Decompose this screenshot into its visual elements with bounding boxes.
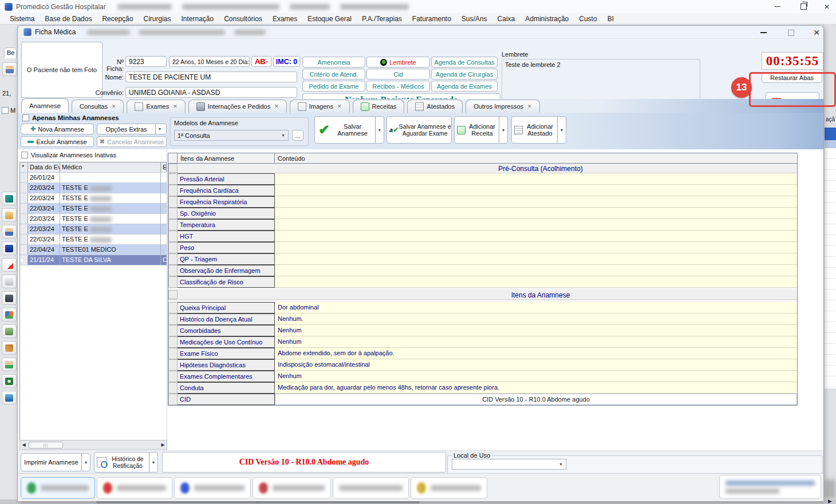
history-column-data-do-ev[interactable]: Data do Ev [28,162,60,172]
tab-close-icon[interactable]: ✕ [173,104,178,109]
dropdown-arrow-icon[interactable]: ▼ [149,453,157,472]
excluir-anamnese-button[interactable]: Excluir Anamnese [21,136,94,147]
menu-item-recep-o[interactable]: Recepção [97,14,138,24]
menu-item-caixa[interactable]: Caixa [492,14,520,24]
dropdown-arrow-icon[interactable]: ▼ [375,117,384,143]
menu-item-bi[interactable]: BI [602,14,619,24]
modelos-combo[interactable]: 1ª Consulta▼ [174,130,289,141]
opcoes-extras-button[interactable]: Opções Extras▼ [97,124,167,134]
taskbar-button[interactable] [411,477,487,499]
local-de-uso-combo[interactable]: ▼ [452,459,566,470]
item-content[interactable] [275,276,797,288]
tab-close-icon[interactable]: ✕ [112,104,116,109]
tab-interna-es-e-pedidos[interactable]: Internações e Pedidos✕ [188,100,287,113]
convenio-field[interactable]: UNIMED GOIANIA - ASDASD [125,87,297,98]
ficha-number-field[interactable]: 9223 [125,56,167,67]
item-content[interactable] [275,253,797,265]
main-close-button[interactable]: ✕ [818,0,836,13]
dropdown-arrow-icon[interactable]: ▼ [499,117,507,143]
tab-outros-impressos[interactable]: Outros Impressos✕ [466,100,539,113]
menu-item-faturamento[interactable]: Faturamento [407,14,456,24]
menu-item-p-a-terapias[interactable]: P.A./Terapias [357,14,407,24]
cancelar-anamnese-button[interactable]: ✖Cancelar Anamnese [97,136,167,147]
menu-item-base-de-dados[interactable]: Base de Dados [40,14,97,24]
history-column-m-dico[interactable]: Médico [60,162,161,172]
modelos-more-button[interactable]: ... [292,130,303,141]
item-content[interactable] [275,208,797,219]
history-row[interactable]: 26/01/24 [20,173,167,183]
quick-button-crit-rio-de-atend-[interactable]: Critério de Atend. [302,69,365,80]
nova-anamnese-button[interactable]: ✚Nova Anamnese [21,124,94,134]
history-column-esp[interactable]: Esp [161,162,167,172]
item-content[interactable]: Medicação para dor, aguardar pelo menos … [275,382,797,394]
item-content[interactable]: Nenhum. [275,313,797,325]
menu-item-custo[interactable]: Custo [574,14,602,24]
scroll-left-arrow[interactable]: ◀ [20,442,27,447]
grid-content-header[interactable]: Conteúdo [275,153,797,163]
item-content[interactable] [275,231,797,242]
menu-item-estoque-geral[interactable]: Estoque Geral [302,14,357,24]
history-row[interactable]: 22/04/24TESTE01 MEDICO [20,245,167,255]
scroll-right-arrow[interactable]: ▶ [828,498,832,504]
menu-item-exames[interactable]: Exames [267,14,302,24]
grid-items-header[interactable]: Ítens da Anamnese [178,153,275,163]
quick-button-pedido-de-exame[interactable]: Pedido de Exame [302,81,365,92]
quick-button-agenda-de-exames[interactable]: Agenda de Exames [431,81,498,92]
history-row[interactable]: 22/03/24TESTE E [20,193,167,204]
main-minimize-button[interactable] [767,0,788,13]
salvar-anamnese-button[interactable]: ✔ Salvar Anamnese ▼ [314,116,384,144]
scrollbar-thumb[interactable]: ||| [29,442,63,449]
taskbar-button[interactable] [97,477,172,499]
item-content[interactable]: Nenhum [275,371,797,382]
taskbar-button[interactable] [21,477,95,499]
imprimir-anamnese-button[interactable]: Imprimir Anamnese ▼ [21,453,90,471]
visualizar-inativas-checkbox[interactable]: Visualizar Anamneses Inativas [21,152,116,158]
history-row[interactable]: ▶21/11/24TESTE DA SILVACLI [20,255,167,265]
history-row[interactable]: 22/03/24TESTE E [20,224,167,235]
item-content[interactable]: CID Versão 10 - R10.0 Abdome agudo [275,394,797,405]
item-content[interactable] [275,265,797,276]
tab-imagens[interactable]: Imagens✕ [290,100,350,113]
dialog-minimize-button[interactable] [754,27,773,38]
salvar-aguardar-exame-button[interactable]: a✔ Salvar Anamnese e Aguardar Exame [387,116,452,144]
quick-button-agenda-de-consultas[interactable]: Agenda de Consultas [431,57,498,68]
quick-button-recibos-m-dicos[interactable]: Recibos - Médicos [366,81,430,92]
item-content[interactable]: Dor abdominal [275,302,797,313]
item-content[interactable]: Nenhum [275,325,797,336]
taskbar-button[interactable] [174,477,251,499]
dialog-maximize-button[interactable] [781,27,800,38]
adicionar-atestado-button[interactable]: Adicionar Atestado ▼ [511,116,566,144]
menu-item-consult-rios[interactable]: Consultórios [219,14,267,24]
history-row[interactable]: 22/03/24TESTE E [20,235,167,245]
tab-close-icon[interactable]: ✕ [337,104,342,109]
history-hscrollbar[interactable]: ◀ ||| ▶ [19,440,167,450]
adicionar-receita-button[interactable]: Adicionar Receita ▼ [454,116,508,144]
scroll-right-arrow[interactable]: ▶ [159,442,167,447]
item-content[interactable]: Indisposição estomacal/intestinal [275,359,797,371]
tab-exames[interactable]: Exames✕ [127,100,185,113]
tab-atestados[interactable]: Atestados [407,100,463,113]
item-content[interactable] [275,219,797,231]
menu-item-administra-o[interactable]: Administração [520,14,574,24]
patient-name-field[interactable]: TESTE DE PACIENTE UM [125,72,297,82]
tab-close-icon[interactable]: ✕ [527,104,532,109]
quick-button-cid[interactable]: Cid [366,69,430,80]
dropdown-arrow-icon[interactable]: ▼ [155,124,164,134]
item-content[interactable]: Abdome extendido, sem dor à apalpação. [275,348,797,359]
menu-item-cirurgias[interactable]: Cirurgias [138,14,176,24]
item-content[interactable] [275,173,797,185]
taskbar-button[interactable] [333,477,409,499]
taskbar-button[interactable] [253,477,331,499]
tab-receitas[interactable]: Receitas [353,100,405,113]
menu-item-interna-o[interactable]: Internação [176,14,219,24]
tab-anamnese[interactable]: Anamnese [21,98,69,113]
history-row[interactable]: 22/03/24TESTE E [20,183,167,193]
item-content[interactable] [275,242,797,253]
historico-retificacao-button[interactable]: Histórico de Retificação ▼ [94,452,158,473]
item-content[interactable] [275,185,797,196]
main-restore-button[interactable] [793,0,814,13]
quick-button-lembrete[interactable]: Lembrete [366,57,430,68]
history-row[interactable]: 22/03/24TESTE E [20,204,167,214]
tab-close-icon[interactable]: ✕ [274,104,279,109]
apenas-minhas-checkbox[interactable]: Apenas Minhas Anamneses [22,114,119,121]
